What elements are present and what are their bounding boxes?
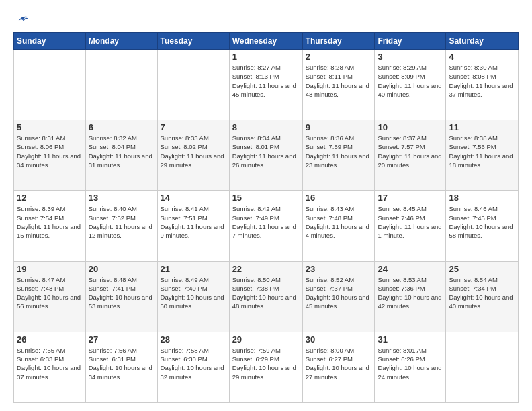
calendar-cell: 17Sunrise: 8:45 AM Sunset: 7:46 PM Dayli… <box>375 191 446 261</box>
calendar-cell: 7Sunrise: 8:33 AM Sunset: 8:02 PM Daylig… <box>157 120 229 191</box>
day-info: Sunrise: 7:55 AM Sunset: 6:33 PM Dayligh… <box>17 346 83 381</box>
calendar-week-2: 5Sunrise: 8:31 AM Sunset: 8:06 PM Daylig… <box>14 120 519 191</box>
header <box>13 12 519 26</box>
day-info: Sunrise: 8:45 AM Sunset: 7:46 PM Dayligh… <box>378 204 443 240</box>
calendar-cell: 14Sunrise: 8:41 AM Sunset: 7:51 PM Dayli… <box>157 191 229 261</box>
day-info: Sunrise: 8:29 AM Sunset: 8:09 PM Dayligh… <box>378 63 443 99</box>
day-info: Sunrise: 8:48 AM Sunset: 7:41 PM Dayligh… <box>89 275 154 311</box>
day-number: 5 <box>17 122 83 132</box>
day-number: 8 <box>232 122 300 132</box>
calendar-cell <box>157 50 229 120</box>
weekday-header-row: SundayMondayTuesdayWednesdayThursdayFrid… <box>14 33 519 50</box>
weekday-header-friday: Friday <box>375 33 446 50</box>
day-number: 3 <box>378 52 443 62</box>
day-number: 22 <box>232 264 300 274</box>
day-number: 11 <box>449 122 515 132</box>
calendar-cell: 4Sunrise: 8:30 AM Sunset: 8:08 PM Daylig… <box>446 50 519 120</box>
day-number: 29 <box>232 334 300 345</box>
logo <box>13 12 28 26</box>
calendar-cell: 16Sunrise: 8:43 AM Sunset: 7:48 PM Dayli… <box>302 191 375 261</box>
calendar-cell: 18Sunrise: 8:46 AM Sunset: 7:45 PM Dayli… <box>446 191 519 261</box>
day-info: Sunrise: 8:37 AM Sunset: 7:57 PM Dayligh… <box>378 134 443 169</box>
day-number: 16 <box>306 193 372 203</box>
day-info: Sunrise: 8:34 AM Sunset: 8:01 PM Dayligh… <box>232 134 300 169</box>
day-number: 7 <box>161 122 226 132</box>
day-info: Sunrise: 8:47 AM Sunset: 7:43 PM Dayligh… <box>17 275 83 311</box>
day-info: Sunrise: 8:27 AM Sunset: 8:13 PM Dayligh… <box>232 63 300 99</box>
day-number: 24 <box>378 264 443 274</box>
day-info: Sunrise: 8:01 AM Sunset: 6:26 PM Dayligh… <box>378 346 443 381</box>
calendar-cell: 9Sunrise: 8:36 AM Sunset: 7:59 PM Daylig… <box>302 120 375 191</box>
day-number: 6 <box>89 122 154 132</box>
weekday-header-sunday: Sunday <box>14 33 86 50</box>
calendar-cell: 6Sunrise: 8:32 AM Sunset: 8:04 PM Daylig… <box>85 120 157 191</box>
day-info: Sunrise: 8:53 AM Sunset: 7:36 PM Dayligh… <box>378 275 443 311</box>
day-info: Sunrise: 8:32 AM Sunset: 8:04 PM Dayligh… <box>89 134 154 169</box>
calendar-cell: 13Sunrise: 8:40 AM Sunset: 7:52 PM Dayli… <box>85 191 157 261</box>
day-number: 23 <box>306 264 372 274</box>
day-info: Sunrise: 8:33 AM Sunset: 8:02 PM Dayligh… <box>161 134 226 169</box>
day-info: Sunrise: 8:30 AM Sunset: 8:08 PM Dayligh… <box>449 63 515 99</box>
calendar-cell <box>85 50 157 120</box>
day-number: 9 <box>306 122 372 132</box>
calendar-cell: 3Sunrise: 8:29 AM Sunset: 8:09 PM Daylig… <box>375 50 446 120</box>
calendar-week-3: 12Sunrise: 8:39 AM Sunset: 7:54 PM Dayli… <box>14 191 519 261</box>
day-number: 28 <box>161 334 226 345</box>
day-info: Sunrise: 8:54 AM Sunset: 7:34 PM Dayligh… <box>449 275 515 311</box>
day-info: Sunrise: 7:59 AM Sunset: 6:29 PM Dayligh… <box>232 346 300 381</box>
day-info: Sunrise: 8:43 AM Sunset: 7:48 PM Dayligh… <box>306 204 372 240</box>
calendar-week-1: 1Sunrise: 8:27 AM Sunset: 8:13 PM Daylig… <box>14 50 519 120</box>
day-number: 4 <box>449 52 515 62</box>
day-info: Sunrise: 8:46 AM Sunset: 7:45 PM Dayligh… <box>449 204 515 240</box>
day-number: 2 <box>306 52 372 62</box>
day-info: Sunrise: 8:28 AM Sunset: 8:11 PM Dayligh… <box>306 63 372 99</box>
calendar-cell: 23Sunrise: 8:52 AM Sunset: 7:37 PM Dayli… <box>302 261 375 332</box>
calendar-cell: 8Sunrise: 8:34 AM Sunset: 8:01 PM Daylig… <box>229 120 302 191</box>
day-info: Sunrise: 8:40 AM Sunset: 7:52 PM Dayligh… <box>89 204 154 240</box>
day-number: 25 <box>449 264 515 274</box>
calendar-cell: 10Sunrise: 8:37 AM Sunset: 7:57 PM Dayli… <box>375 120 446 191</box>
day-info: Sunrise: 8:50 AM Sunset: 7:38 PM Dayligh… <box>232 275 300 311</box>
calendar-cell: 29Sunrise: 7:59 AM Sunset: 6:29 PM Dayli… <box>229 332 302 402</box>
day-info: Sunrise: 8:52 AM Sunset: 7:37 PM Dayligh… <box>306 275 372 311</box>
calendar-cell <box>14 50 86 120</box>
day-info: Sunrise: 8:41 AM Sunset: 7:51 PM Dayligh… <box>161 204 226 240</box>
day-number: 20 <box>89 264 154 274</box>
day-number: 18 <box>449 193 515 203</box>
day-number: 19 <box>17 264 83 274</box>
day-number: 31 <box>378 334 443 345</box>
day-number: 15 <box>232 193 300 203</box>
day-info: Sunrise: 8:00 AM Sunset: 6:27 PM Dayligh… <box>306 346 372 381</box>
calendar-cell: 27Sunrise: 7:56 AM Sunset: 6:31 PM Dayli… <box>85 332 157 402</box>
day-info: Sunrise: 8:39 AM Sunset: 7:54 PM Dayligh… <box>17 204 83 240</box>
weekday-header-thursday: Thursday <box>302 33 375 50</box>
day-number: 27 <box>89 334 154 345</box>
day-number: 21 <box>161 264 226 274</box>
weekday-header-tuesday: Tuesday <box>157 33 229 50</box>
calendar-cell: 21Sunrise: 8:49 AM Sunset: 7:40 PM Dayli… <box>157 261 229 332</box>
day-number: 10 <box>378 122 443 132</box>
calendar-table: SundayMondayTuesdayWednesdayThursdayFrid… <box>13 32 519 403</box>
calendar-cell: 19Sunrise: 8:47 AM Sunset: 7:43 PM Dayli… <box>14 261 86 332</box>
day-info: Sunrise: 8:49 AM Sunset: 7:40 PM Dayligh… <box>161 275 226 311</box>
calendar-week-4: 19Sunrise: 8:47 AM Sunset: 7:43 PM Dayli… <box>14 261 519 332</box>
calendar-cell: 26Sunrise: 7:55 AM Sunset: 6:33 PM Dayli… <box>14 332 86 402</box>
day-number: 26 <box>17 334 83 345</box>
day-info: Sunrise: 7:56 AM Sunset: 6:31 PM Dayligh… <box>89 346 154 381</box>
calendar-cell: 1Sunrise: 8:27 AM Sunset: 8:13 PM Daylig… <box>229 50 302 120</box>
calendar-cell: 30Sunrise: 8:00 AM Sunset: 6:27 PM Dayli… <box>302 332 375 402</box>
day-number: 13 <box>89 193 154 203</box>
calendar-cell: 28Sunrise: 7:58 AM Sunset: 6:30 PM Dayli… <box>157 332 229 402</box>
calendar-cell: 11Sunrise: 8:38 AM Sunset: 7:56 PM Dayli… <box>446 120 519 191</box>
day-number: 30 <box>306 334 372 345</box>
calendar-cell: 5Sunrise: 8:31 AM Sunset: 8:06 PM Daylig… <box>14 120 86 191</box>
day-info: Sunrise: 8:42 AM Sunset: 7:49 PM Dayligh… <box>232 204 300 240</box>
day-info: Sunrise: 8:31 AM Sunset: 8:06 PM Dayligh… <box>17 134 83 169</box>
day-number: 1 <box>232 52 300 62</box>
calendar-cell: 2Sunrise: 8:28 AM Sunset: 8:11 PM Daylig… <box>302 50 375 120</box>
day-info: Sunrise: 7:58 AM Sunset: 6:30 PM Dayligh… <box>161 346 226 381</box>
day-number: 17 <box>378 193 443 203</box>
calendar-cell: 15Sunrise: 8:42 AM Sunset: 7:49 PM Dayli… <box>229 191 302 261</box>
day-info: Sunrise: 8:36 AM Sunset: 7:59 PM Dayligh… <box>306 134 372 169</box>
calendar-week-5: 26Sunrise: 7:55 AM Sunset: 6:33 PM Dayli… <box>14 332 519 402</box>
